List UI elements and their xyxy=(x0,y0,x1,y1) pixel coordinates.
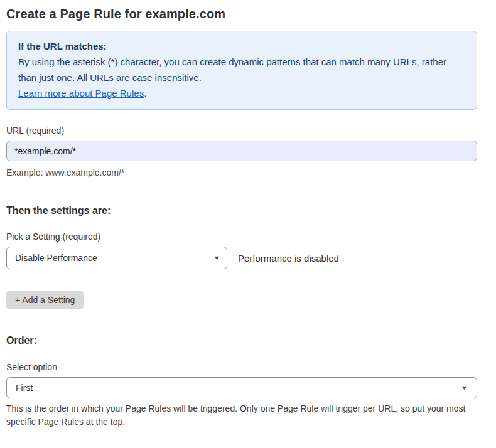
divider xyxy=(3,191,477,191)
setting-status-text: Performance is disabled xyxy=(238,253,339,264)
url-input[interactable] xyxy=(6,141,477,161)
settings-heading: Then the settings are: xyxy=(6,205,477,216)
chevron-down-icon: ▼ xyxy=(213,255,220,261)
info-box-heading: If the URL matches: xyxy=(18,38,465,54)
order-select-value: First xyxy=(16,383,33,393)
link-suffix: . xyxy=(144,88,146,99)
divider xyxy=(3,440,477,440)
info-box-body: By using the asterisk (*) character, you… xyxy=(18,54,465,85)
chevron-down-icon: ▼ xyxy=(461,385,468,391)
setting-dropdown-arrow-button[interactable]: ▼ xyxy=(207,247,227,269)
setting-row: Disable Performance ▼ Performance is dis… xyxy=(6,247,477,269)
setting-dropdown-value: Disable Performance xyxy=(7,247,207,269)
pick-setting-label: Pick a Setting (required) xyxy=(6,232,477,242)
learn-more-link[interactable]: Learn more about Page Rules xyxy=(18,88,144,99)
order-heading: Order: xyxy=(6,335,477,346)
add-setting-button[interactable]: + Add a Setting xyxy=(6,291,84,309)
order-select[interactable]: First ▼ xyxy=(6,377,477,398)
order-helper: This is the order in which your Page Rul… xyxy=(6,402,477,429)
info-box-link-line: Learn more about Page Rules. xyxy=(18,85,465,101)
select-option-label: Select option xyxy=(6,362,477,372)
url-label: URL (required) xyxy=(6,125,477,136)
page-title: Create a Page Rule for example.com xyxy=(6,7,477,21)
url-helper: Example: www.example.com/* xyxy=(6,166,477,179)
setting-dropdown[interactable]: Disable Performance ▼ xyxy=(6,247,227,269)
page-rule-form: Create a Page Rule for example.com If th… xyxy=(6,7,477,448)
info-box: If the URL matches: By using the asteris… xyxy=(6,31,477,110)
divider xyxy=(3,321,477,321)
